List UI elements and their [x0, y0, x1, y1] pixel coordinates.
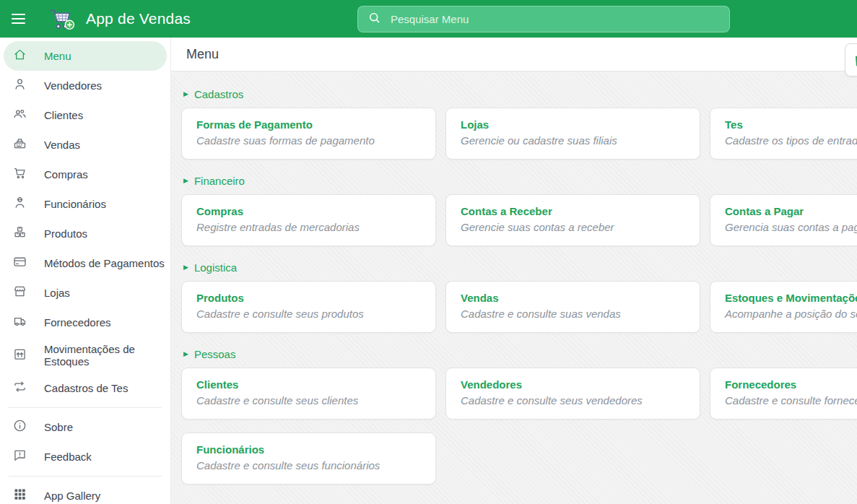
section-pessoas: ▶ Pessoas Clientes Cadastre e consulte s…: [181, 348, 847, 485]
card-produtos[interactable]: Produtos Cadastre e consulte seus produt…: [181, 281, 436, 333]
card-title: Funcionários: [196, 443, 421, 456]
card-description: Cadastre e consulte suas vendas: [461, 308, 685, 320]
app-title: App de Vendas: [86, 10, 191, 27]
section-title: Financeiro: [194, 175, 245, 187]
info-circle-icon: [12, 418, 27, 436]
sidebar-item-feedback[interactable]: Feedback: [0, 442, 170, 472]
card-description: Cadastre os tipos de entrada: [725, 134, 857, 147]
worker-helmet-icon: [12, 195, 27, 213]
sidebar-item-funcionarios[interactable]: Funcionários: [0, 189, 170, 219]
card-description: Cadastre suas formas de pagamento: [196, 134, 421, 147]
sidebar-item-label: Fornecedores: [44, 316, 111, 329]
card-title: Fornecedores: [725, 378, 857, 391]
card-title: Lojas: [461, 118, 685, 131]
sidebar-item-sobre[interactable]: Sobre: [0, 412, 170, 442]
sidebar-item-produtos[interactable]: Produtos: [0, 219, 170, 248]
sidebar-item-vendas[interactable]: Vendas: [0, 130, 170, 160]
sidebar-item-label: Vendedores: [44, 79, 102, 92]
sidebar-item-cadastros-de-tes[interactable]: Cadastros de Tes: [0, 373, 170, 403]
apps-grid-icon: [12, 487, 27, 504]
sidebar-item-fornecedores[interactable]: Fornecedores: [0, 308, 170, 337]
sidebar-item-app-gallery[interactable]: App Gallery: [0, 481, 170, 504]
card-title: Compras: [196, 205, 421, 217]
stock-arrows-icon: [12, 347, 27, 365]
sidebar-item-label: Produtos: [44, 227, 87, 240]
card-title: Vendedores: [461, 378, 685, 391]
caret-right-icon: ▶: [183, 91, 188, 97]
card-title: Clientes: [196, 378, 421, 391]
card-title: Formas de Pagamento: [196, 118, 421, 131]
card-description: Cadastre e consulte seus funcionários: [196, 459, 421, 472]
card-description: Cadastre e consulte seus vendedores: [461, 394, 685, 407]
search-icon: [367, 11, 381, 27]
cash-register-icon: [12, 136, 27, 154]
card-lojas[interactable]: Lojas Gerencie ou cadastre suas filiais: [445, 108, 700, 160]
users-group-icon: [12, 106, 27, 124]
main-content: Menu ▶ Cadastros Formas de Pagamento Cad…: [171, 38, 857, 504]
card-tes[interactable]: Tes Cadastre os tipos de entrada: [710, 108, 857, 160]
caret-right-icon: ▶: [183, 351, 188, 357]
sidebar-item-label: Clientes: [44, 109, 83, 121]
card-description: Gerencia suas contas a pagar: [725, 221, 857, 233]
section-header-pessoas[interactable]: ▶ Pessoas: [183, 348, 235, 360]
card-title: Contas a Pagar: [725, 205, 857, 217]
section-logistica: ▶ Logistica Produtos Cadastre e consulte…: [181, 261, 847, 333]
card-description: Cadastre e consulte fornecedores: [725, 394, 857, 407]
package-boxes-icon: [12, 225, 27, 243]
card-title: Tes: [725, 118, 857, 131]
sidebar: Menu Vendedores Clientes Vendas Compras …: [0, 38, 171, 504]
section-title: Logistica: [194, 261, 237, 274]
sidebar-item-clientes[interactable]: Clientes: [0, 100, 170, 130]
sidebar-item-label: Movimentações de Estoques: [44, 343, 165, 368]
section-header-cadastros[interactable]: ▶ Cadastros: [183, 88, 243, 100]
card-description: Cadastre e consulte seus clientes: [196, 394, 421, 407]
sidebar-item-metodos-de-pagamentos[interactable]: Métodos de Pagamentos: [0, 248, 170, 278]
repeat-cycle-icon: [12, 379, 27, 397]
sidebar-item-label: Vendas: [44, 139, 80, 151]
search-input[interactable]: [389, 12, 720, 26]
shopping-bag-icon: [852, 50, 857, 71]
sidebar-item-vendedores[interactable]: Vendedores: [0, 71, 170, 100]
card-fornecedores[interactable]: Fornecedores Cadastre e consulte fornece…: [710, 368, 857, 420]
shopping-cart-icon: [12, 165, 27, 183]
card-vendas[interactable]: Vendas Cadastre e consulte suas vendas: [445, 281, 700, 333]
card-funcionarios[interactable]: Funcionários Cadastre e consulte seus fu…: [181, 433, 436, 485]
user-icon: [12, 77, 27, 95]
card-compras[interactable]: Compras Registre entradas de mercadorias: [181, 194, 436, 246]
card-description: Cadastre e consulte seus produtos: [196, 308, 421, 320]
sidebar-divider: [9, 407, 162, 408]
card-vendedores[interactable]: Vendedores Cadastre e consulte seus vend…: [445, 368, 700, 420]
sidebar-item-menu[interactable]: Menu: [4, 41, 167, 71]
sidebar-item-label: Menu: [44, 50, 71, 62]
sidebar-item-movimentacoes-de-estoques[interactable]: Movimentações de Estoques: [0, 337, 170, 373]
sidebar-item-label: Lojas: [44, 287, 70, 299]
top-header: App de Vendas: [0, 0, 857, 38]
content-body: ▶ Cadastros Formas de Pagamento Cadastre…: [171, 72, 857, 504]
hamburger-menu-button[interactable]: [12, 11, 29, 27]
card-formas-de-pagamento[interactable]: Formas de Pagamento Cadastre suas formas…: [181, 108, 436, 160]
card-description: Acompanhe a posição do seu estoque: [725, 308, 857, 320]
sidebar-item-lojas[interactable]: Lojas: [0, 278, 170, 308]
menu-search-box[interactable]: [357, 6, 730, 32]
home-icon: [12, 47, 27, 65]
sidebar-item-label: App Gallery: [44, 490, 100, 502]
shop-button[interactable]: [845, 43, 857, 77]
delivery-truck-icon: [12, 313, 27, 331]
page-title: Menu: [171, 38, 857, 71]
sidebar-item-compras[interactable]: Compras: [0, 160, 170, 189]
sidebar-item-label: Cadastros de Tes: [44, 382, 128, 394]
card-clientes[interactable]: Clientes Cadastre e consulte seus client…: [181, 368, 436, 420]
card-description: Gerencie ou cadastre suas filiais: [461, 134, 685, 147]
sidebar-item-label: Compras: [44, 168, 88, 181]
caret-right-icon: ▶: [183, 178, 188, 184]
card-title: Produtos: [196, 292, 421, 304]
card-contas-a-pagar[interactable]: Contas a Pagar Gerencia suas contas a pa…: [710, 194, 857, 246]
card-estoques-e-movimentacoes[interactable]: Estoques e Movimentações Acompanhe a pos…: [710, 281, 857, 333]
section-header-financeiro[interactable]: ▶ Financeiro: [183, 175, 245, 187]
card-contas-a-receber[interactable]: Contas a Receber Gerencie suas contas a …: [445, 194, 700, 246]
sidebar-item-label: Sobre: [44, 421, 73, 433]
sidebar-item-label: Métodos de Pagamentos: [44, 257, 165, 269]
card-title: Contas a Receber: [461, 205, 685, 217]
section-header-logistica[interactable]: ▶ Logistica: [183, 261, 237, 274]
section-financeiro: ▶ Financeiro Compras Registre entradas d…: [181, 175, 847, 246]
